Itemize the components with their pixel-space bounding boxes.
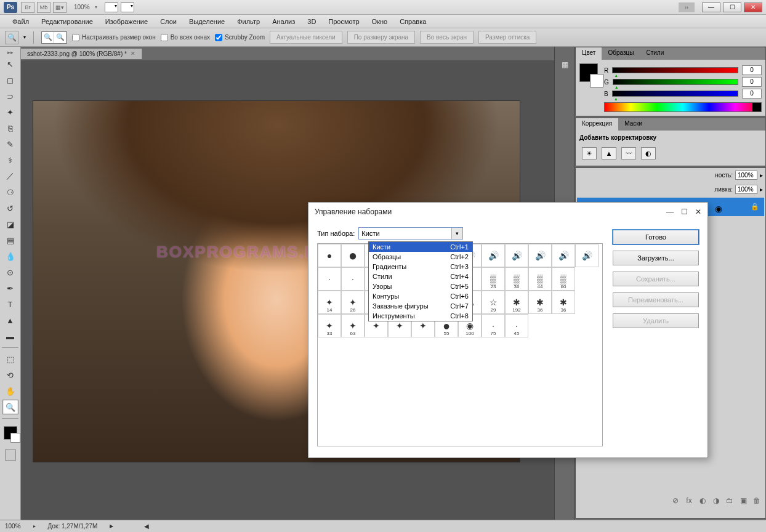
mask-icon[interactable]: ◐ [698,496,707,505]
panel-expand-icon[interactable]: ›› [679,2,695,12]
curves-adjustment-icon[interactable]: 〰 [621,147,636,159]
preset-type-combo[interactable]: Кисти ▾ [358,227,463,240]
path-select-tool[interactable]: ▲ [2,313,18,328]
link-icon[interactable]: ⊘ [671,496,680,505]
mb-button[interactable]: Mb [37,2,50,13]
document-tab[interactable]: sshot-2333.png @ 100% (RGB/8#) * ✕ [21,49,142,59]
b-value[interactable]: 0 [742,89,762,99]
collapsed-panel-icon[interactable]: ▦ [558,59,571,70]
combo-arrow-icon[interactable]: ▾ [451,228,462,239]
g-slider[interactable] [613,79,738,85]
eraser-tool[interactable]: ◪ [2,217,18,232]
type-tool[interactable]: T [2,297,18,312]
dropdown-item[interactable]: ИнструментыCtrl+8 [369,311,472,321]
3d-camera-tool[interactable]: ⟲ [2,368,18,382]
dialog-maximize-icon[interactable]: ☐ [681,208,688,216]
opacity-input[interactable]: 100% [735,171,757,180]
move-tool[interactable]: ↖ [2,57,18,71]
hand-tool[interactable]: ✋ [2,384,18,398]
r-value[interactable]: 0 [742,65,762,75]
foreground-color-swatch[interactable] [4,426,17,440]
crop-tool[interactable]: ⎘ [2,121,18,135]
3d-tool[interactable]: ⬚ [2,352,18,366]
menu-image[interactable]: Изображение [99,16,154,27]
arrange-dropdown-2[interactable] [121,2,134,12]
dropdown-item[interactable]: КонтурыCtrl+6 [369,291,472,301]
zoom-out-icon[interactable]: 🔍 [54,32,67,43]
menu-analysis[interactable]: Анализ [266,16,301,27]
tab-styles[interactable]: Стили [640,47,670,60]
menu-view[interactable]: Просмотр [322,16,365,27]
stamp-tool[interactable]: ⚆ [2,185,18,200]
adjustment-layer-icon[interactable]: ◑ [712,496,720,505]
new-layer-icon[interactable]: ▣ [739,496,748,505]
zoom-in-icon[interactable]: 🔍 [42,32,54,43]
screen-mode-dropdown[interactable]: ▦▾ [53,2,67,13]
trash-icon[interactable]: 🗑 [752,496,761,505]
lasso-tool[interactable]: ⊃ [2,89,18,103]
menu-select[interactable]: Выделение [183,16,231,27]
dialog-minimize-icon[interactable]: — [666,208,674,216]
tab-masks[interactable]: Маски [618,118,648,131]
zoom-in-out-group[interactable]: 🔍 🔍 [41,31,67,44]
dropdown-item[interactable]: ГрадиентыCtrl+3 [369,262,472,272]
zoom-tool-icon[interactable]: 🔍 [5,31,18,44]
r-slider[interactable] [612,67,738,73]
quick-mask-icon[interactable] [5,449,16,461]
fill-screen-button[interactable]: Во весь экран [420,31,474,44]
wand-tool[interactable]: ✦ [2,105,18,119]
exposure-adjustment-icon[interactable]: ◐ [641,147,656,159]
panel-color-swatch[interactable] [579,63,598,82]
menu-file[interactable]: Файл [6,16,35,27]
menu-filter[interactable]: Фильтр [231,16,266,27]
done-button[interactable]: Готово [613,230,699,244]
tab-color[interactable]: Цвет [576,47,602,60]
tab-swatches[interactable]: Образцы [602,47,640,60]
blur-tool[interactable]: 💧 [2,249,18,264]
actual-pixels-button[interactable]: Актуальные пиксели [270,31,342,44]
history-brush-tool[interactable]: ↺ [2,201,18,216]
dialog-close-icon[interactable]: ✕ [695,208,701,216]
levels-adjustment-icon[interactable]: ▲ [602,147,616,159]
dialog-titlebar[interactable]: Управление наборами — ☐ ✕ [308,203,708,221]
resize-windows-checkbox[interactable]: Настраивать размер окон [72,34,156,41]
menu-window[interactable]: Окно [366,16,394,27]
marquee-tool[interactable]: ◻ [2,73,18,87]
br-button[interactable]: Br [21,2,34,13]
b-slider[interactable] [612,91,738,97]
minimize-button[interactable]: — [702,2,720,12]
menu-edit[interactable]: Редактирование [35,16,99,27]
save-button[interactable]: Сохранить... [613,272,699,286]
dropdown-item[interactable]: ОбразцыCtrl+2 [369,252,472,262]
close-button[interactable]: ✕ [744,2,762,12]
maximize-button[interactable]: ☐ [723,2,741,12]
eyedropper-tool[interactable]: ✎ [2,137,18,151]
dropdown-item[interactable]: СтилиCtrl+4 [369,272,472,281]
document-tab-close-icon[interactable]: ✕ [131,50,135,57]
dodge-tool[interactable]: ⊙ [2,265,18,280]
fx-icon[interactable]: fx [685,496,693,505]
fit-screen-button[interactable]: По размеру экрана [347,31,415,44]
fill-input[interactable]: 100% [735,185,757,194]
gradient-tool[interactable]: ▤ [2,233,18,248]
dropdown-item[interactable]: УзорыCtrl+5 [369,281,472,291]
all-windows-checkbox[interactable]: Во всех окнах [161,34,210,41]
menu-help[interactable]: Справка [393,16,432,27]
dropdown-item[interactable]: Заказные фигурыCtrl+7 [369,301,472,311]
print-size-button[interactable]: Размер оттиска [478,31,536,44]
brush-tool[interactable]: ／ [2,169,18,183]
healing-tool[interactable]: ⚕ [2,153,18,167]
tab-adjustments[interactable]: Коррекция [576,118,618,131]
zoom-tool[interactable]: 🔍 [2,400,18,414]
scrubby-zoom-checkbox[interactable]: Scrubby Zoom [215,34,265,41]
flyout-menu-icon[interactable]: ◉ [715,204,722,214]
rename-button[interactable]: Переименовать... [613,292,699,307]
pen-tool[interactable]: ✒ [2,281,18,296]
load-button[interactable]: Загрузить... [613,251,699,265]
g-value[interactable]: 0 [742,77,762,87]
shape-tool[interactable]: ▬ [2,329,18,344]
dropdown-item[interactable]: КистиCtrl+1 [369,242,472,252]
spectrum-bar[interactable] [604,102,762,112]
brightness-adjustment-icon[interactable]: ☀ [582,147,597,159]
folder-icon[interactable]: 🗀 [725,496,734,505]
